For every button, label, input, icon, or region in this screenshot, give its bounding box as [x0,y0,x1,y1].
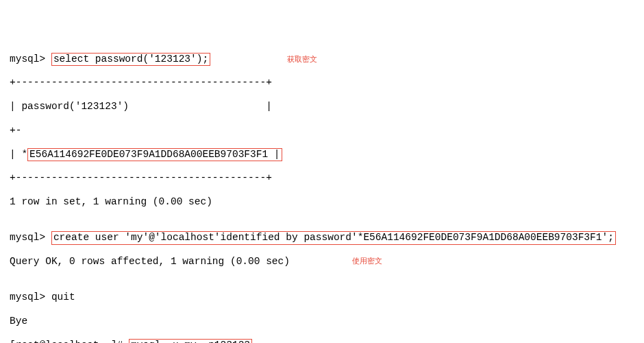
line-cmd2: mysql> create user 'my'@'localhost'ident… [10,232,634,244]
hash-prefix: | * [10,149,27,160]
line-bye: Bye [10,316,634,327]
mysql-prompt: mysql> [10,292,45,303]
line-hash: | *E56A114692FE0DE073F9A1DD68A00EEB9703F… [10,149,634,161]
line-shell: [root@localhost ~]# mysql -u my -p123123 [10,340,634,343]
cmd-create-user: create user 'my'@'localhost'identified b… [51,231,616,244]
shell-prompt: [root@localhost ~]# [10,340,123,343]
hash-value: E56A114692FE0DE073F9A1DD68A00EEB9703F3F1… [27,148,282,161]
annotation-get-ciphertext: 获取密文 [287,55,317,64]
line-quit: mysql> quit [10,292,634,303]
line-result: 1 row in set, 1 warning (0.00 sec) [10,196,634,208]
line-cmd1: mysql> select password('123123');获取密文 [10,54,634,65]
line-divider2: +---------------------------------------… [10,172,634,184]
line-queryok: Query OK, 0 rows affected, 1 warning (0.… [10,256,634,268]
line-header: | password('123123') | [10,101,634,113]
cmd-select-password: select password('123123'); [51,53,210,66]
line-plus: +- [10,125,634,137]
cmd-quit: quit [51,292,75,303]
mysql-prompt: mysql> [10,54,45,64]
cmd-mysql-login: mysql -u my -p123123 [129,339,252,343]
annotation-use-ciphertext: 使用密文 [352,257,382,265]
line-divider: +---------------------------------------… [10,77,634,88]
query-ok: Query OK, 0 rows affected, 1 warning (0.… [10,256,290,267]
mysql-prompt: mysql> [10,232,45,243]
